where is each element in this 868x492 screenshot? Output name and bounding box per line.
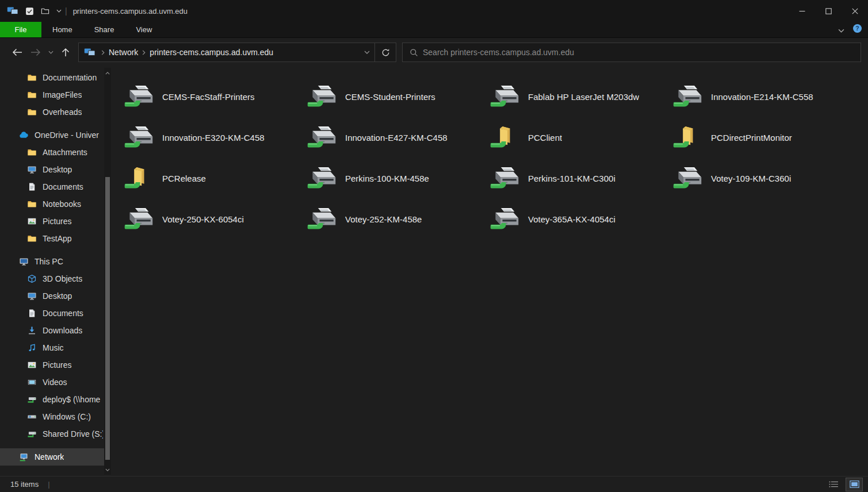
shared-folder-icon (490, 125, 519, 151)
file-item-votey-250-kx-6054ci[interactable]: Votey-250-KX-6054ci (124, 199, 307, 240)
sidebar-item-this-pc[interactable]: This PC (0, 253, 111, 270)
details-view-icon[interactable] (825, 478, 842, 491)
sidebar-item-testapp[interactable]: TestApp (0, 230, 111, 247)
file-item-votey-252-km-458e[interactable]: Votey-252-KM-458e (307, 199, 490, 240)
sidebar-item-downloads[interactable]: Downloads (0, 322, 111, 339)
address-dropdown-chevron-icon[interactable] (360, 51, 374, 54)
recent-locations-chevron-icon[interactable] (45, 43, 56, 62)
3d-objects-icon (27, 274, 37, 284)
sidebar-item-network[interactable]: Network (0, 448, 111, 466)
file-item-cems-student-printers[interactable]: CEMS-Student-Printers (307, 76, 490, 117)
close-button[interactable] (842, 0, 868, 22)
sidebar-item-onedrive-univer[interactable]: OneDrive - Univer (0, 126, 111, 144)
desktop-icon (27, 165, 37, 175)
ribbon-expand-chevron-icon[interactable] (838, 25, 844, 35)
search-box[interactable] (402, 43, 861, 62)
desktop-icon (27, 291, 37, 301)
sidebar-item-notebooks[interactable]: Notebooks (0, 195, 111, 213)
sidebar-item-label: Documents (43, 309, 83, 318)
breadcrumb-chevron-icon[interactable] (100, 50, 106, 55)
file-item-label: Votey-250-KX-6054ci (162, 214, 244, 224)
navigation-pane: DocumentationImageFilesOverheadsOneDrive… (0, 67, 111, 476)
sidebar-scrollbar-thumb[interactable] (105, 177, 110, 460)
sidebar-item-deploy-home[interactable]: deploy$ (\\home (0, 391, 111, 408)
folder-toolbar-icon[interactable] (41, 7, 49, 16)
file-grid: CEMS-FacStaff-PrintersCEMS-Student-Print… (124, 76, 868, 240)
scroll-up-arrow-icon[interactable] (104, 69, 111, 77)
breadcrumb-network[interactable]: Network (106, 48, 140, 57)
forward-arrow-icon[interactable] (26, 43, 45, 62)
sidebar-item-label: TestApp (43, 234, 72, 243)
large-icons-view-icon[interactable] (846, 478, 862, 491)
tab-home[interactable]: Home (41, 22, 83, 37)
file-item-cems-facstaff-printers[interactable]: CEMS-FacStaff-Printers (124, 76, 307, 117)
file-item-label: Perkins-101-KM-C300i (528, 174, 615, 183)
shared-printer-icon (307, 206, 337, 233)
network-icon (19, 452, 29, 462)
sidebar-item-pictures[interactable]: Pictures (0, 213, 111, 230)
sidebar-item-windows-c[interactable]: Windows (C:) (0, 408, 111, 425)
sidebar-item-music[interactable]: Music (0, 339, 111, 356)
sidebar-item-videos[interactable]: Videos (0, 374, 111, 391)
sidebar-item-desktop[interactable]: Desktop (0, 161, 111, 178)
tab-view[interactable]: View (125, 22, 163, 37)
file-item-perkins-101-km-c300i[interactable]: Perkins-101-KM-C300i (490, 158, 672, 199)
sidebar-item-3d-objects[interactable]: 3D Objects (0, 270, 111, 287)
sidebar-item-desktop[interactable]: Desktop (0, 287, 111, 305)
minimize-button[interactable] (789, 0, 815, 22)
sidebar-item-pictures[interactable]: Pictures (0, 356, 111, 374)
file-item-fablab-hp-laserjet-m203dw[interactable]: Fablab HP LaserJet M203dw (490, 76, 672, 117)
file-item-label: CEMS-Student-Printers (345, 92, 435, 102)
svg-text:?: ? (855, 25, 859, 32)
sidebar-item-documents[interactable]: Documents (0, 305, 111, 322)
sidebar-item-label: Windows (C:) (43, 412, 91, 421)
downloads-icon (27, 326, 37, 336)
shared-folder-icon (124, 166, 154, 192)
refresh-icon[interactable] (375, 43, 396, 62)
tab-file[interactable]: File (0, 22, 41, 37)
file-item-pcdirectprintmonitor[interactable]: PCDirectPrintMonitor (672, 117, 855, 158)
sidebar-item-label: Music (43, 343, 64, 352)
breadcrumb-current-location[interactable]: printers-cems.campus.ad.uvm.edu (147, 48, 276, 57)
file-item-innovation-e427-km-c458[interactable]: Innovation-E427-KM-C458 (307, 117, 490, 158)
shared-printer-icon (672, 84, 702, 110)
file-item-votey-109-km-c360i[interactable]: Votey-109-KM-C360i (672, 158, 855, 199)
sidebar-item-label: Pictures (43, 360, 72, 370)
folder-icon (27, 73, 37, 83)
file-item-label: Innovation-E320-KM-C458 (162, 133, 265, 143)
sidebar-item-shared-drive-s[interactable]: Shared Drive (S:) (0, 425, 111, 443)
search-input[interactable] (423, 48, 861, 57)
sidebar-item-label: 3D Objects (43, 274, 82, 283)
search-icon (410, 48, 418, 57)
explorer-app-icon[interactable] (7, 6, 18, 16)
sidebar-item-documents[interactable]: Documents (0, 178, 111, 195)
file-item-label: Innovation-E214-KM-C558 (711, 92, 813, 102)
shared-printer-icon (490, 166, 519, 192)
scroll-down-arrow-icon[interactable] (104, 466, 111, 474)
address-bar[interactable]: Network printers-cems.campus.ad.uvm.edu (78, 43, 396, 62)
tab-share[interactable]: Share (83, 22, 125, 37)
file-item-innovation-e320-km-c458[interactable]: Innovation-E320-KM-C458 (124, 117, 307, 158)
sidebar-item-overheads[interactable]: Overheads (0, 103, 111, 121)
checkbox-toolbar-icon[interactable] (25, 7, 34, 16)
file-item-pcrelease[interactable]: PCRelease (124, 158, 307, 199)
file-item-votey-365a-kx-4054ci[interactable]: Votey-365A-KX-4054ci (490, 199, 672, 240)
sidebar-scrollbar[interactable] (104, 68, 111, 475)
view-toggles (825, 478, 862, 491)
breadcrumb-chevron-icon[interactable] (140, 50, 147, 55)
shared-printer-icon (307, 166, 337, 192)
help-icon[interactable]: ? (852, 24, 862, 36)
maximize-button[interactable] (815, 0, 842, 22)
file-item-perkins-100-km-458e[interactable]: Perkins-100-KM-458e (307, 158, 490, 199)
network-location-icon (84, 48, 95, 57)
customize-quick-access-chevron-icon[interactable] (56, 9, 62, 13)
sidebar-item-imagefiles[interactable]: ImageFiles (0, 86, 111, 103)
sidebar-item-attachments[interactable]: Attachments (0, 144, 111, 161)
file-item-innovation-e214-km-c558[interactable]: Innovation-E214-KM-C558 (672, 76, 855, 117)
folder-icon (27, 234, 37, 244)
file-item-pcclient[interactable]: PCClient (490, 117, 672, 158)
file-list-area[interactable]: CEMS-FacStaff-PrintersCEMS-Student-Print… (111, 67, 868, 476)
back-arrow-icon[interactable] (8, 43, 26, 62)
sidebar-item-documentation[interactable]: Documentation (0, 69, 111, 86)
up-arrow-icon[interactable] (56, 43, 75, 62)
